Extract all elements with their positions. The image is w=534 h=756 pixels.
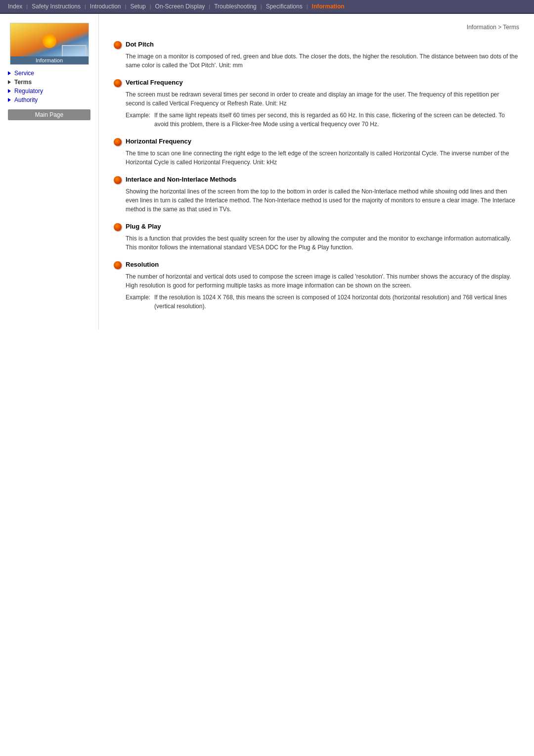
nav-item-index[interactable]: Index	[4, 0, 26, 13]
term-body: This is a function that provides the bes…	[126, 234, 519, 252]
term-section: ResolutionThe number of horizontal and v…	[114, 261, 519, 311]
terms-container: Dot PitchThe image on a monitor is compo…	[114, 41, 519, 311]
term-header: Horizontal Frequency	[114, 138, 519, 146]
term-body: The image on a monitor is composed of re…	[126, 52, 519, 70]
term-section: Horizontal FrequencyThe time to scan one…	[114, 138, 519, 167]
term-example: Example:If the same light repeats itself…	[126, 111, 519, 129]
term-header: Dot Pitch	[114, 41, 519, 49]
nav-item-troubleshooting[interactable]: Troubleshooting	[210, 0, 261, 13]
term-title: Interlace and Non-Interlace Methods	[126, 176, 236, 183]
nav-arrow-icon	[8, 71, 11, 75]
term-title: Plug & Play	[126, 223, 161, 230]
sidebar-nav-item: Regulatory	[0, 87, 98, 95]
term-example-text: If the same light repeats itself 60 time…	[154, 111, 519, 129]
term-title: Vertical Frequency	[126, 79, 183, 86]
term-body: The number of horizontal and vertical do…	[126, 272, 519, 290]
nav-item-introduction[interactable]: Introduction	[86, 0, 125, 13]
term-header: Interlace and Non-Interlace Methods	[114, 176, 519, 184]
term-example-text: If the resolution is 1024 X 768, this me…	[154, 293, 519, 311]
sidebar-image: Information	[10, 23, 89, 65]
sidebar-nav-link-service[interactable]: Service	[8, 70, 94, 77]
term-title: Resolution	[126, 261, 159, 268]
sidebar-nav-label: Terms	[14, 79, 32, 86]
nav-arrow-icon	[8, 98, 11, 102]
sidebar-nav-label: Service	[14, 70, 34, 77]
term-header: Plug & Play	[114, 223, 519, 231]
term-title: Horizontal Frequency	[126, 138, 191, 145]
main-page-button[interactable]: Main Page	[8, 109, 90, 120]
nav-arrow-icon	[8, 80, 11, 84]
term-body: Showing the horizontal lines of the scre…	[126, 187, 519, 214]
nav-item-specifications[interactable]: Specifications	[262, 0, 307, 13]
sidebar-nav-item: Authority	[0, 95, 98, 104]
breadcrumb: Information > Terms	[114, 24, 519, 31]
nav-item-information[interactable]: Information	[308, 0, 349, 13]
sidebar-nav-link-regulatory[interactable]: Regulatory	[8, 88, 94, 94]
term-example-label: Example:	[126, 293, 150, 311]
term-section: Plug & PlayThis is a function that provi…	[114, 223, 519, 252]
sidebar-nav-list: ServiceTermsRegulatoryAuthority	[0, 69, 98, 104]
nav-item-on-screen-display[interactable]: On-Screen Display	[151, 0, 209, 13]
sidebar-nav-link-authority[interactable]: Authority	[8, 96, 94, 103]
term-body: The time to scan one line connecting the…	[126, 149, 519, 167]
sidebar-nav-label: Regulatory	[14, 88, 43, 94]
term-section: Vertical FrequencyThe screen must be red…	[114, 79, 519, 129]
term-example: Example:If the resolution is 1024 X 768,…	[126, 293, 519, 311]
nav-item-setup[interactable]: Setup	[126, 0, 149, 13]
nav-item-safety-instructions[interactable]: Safety Instructions	[28, 0, 85, 13]
sidebar-nav-item: Terms	[0, 78, 98, 87]
term-header: Vertical Frequency	[114, 79, 519, 87]
bullet-icon	[114, 176, 122, 184]
bullet-icon	[114, 138, 122, 146]
bullet-icon	[114, 223, 122, 231]
main-layout: Information ServiceTermsRegulatoryAuthor…	[0, 14, 534, 330]
sidebar-nav-label: Authority	[14, 96, 38, 103]
bullet-icon	[114, 79, 122, 87]
term-title: Dot Pitch	[126, 41, 154, 48]
bullet-icon	[114, 41, 122, 49]
term-section: Dot PitchThe image on a monitor is compo…	[114, 41, 519, 70]
sidebar-nav-link-terms[interactable]: Terms	[8, 79, 94, 86]
term-example-label: Example:	[126, 111, 150, 129]
term-section: Interlace and Non-Interlace MethodsShowi…	[114, 176, 519, 214]
sidebar: Information ServiceTermsRegulatoryAuthor…	[0, 14, 99, 330]
sidebar-image-label: Information	[10, 56, 89, 64]
top-navigation: Index | Safety Instructions | Introducti…	[0, 0, 534, 14]
nav-arrow-icon	[8, 89, 11, 93]
term-header: Resolution	[114, 261, 519, 269]
bullet-icon	[114, 261, 122, 269]
main-content: Information > Terms Dot PitchThe image o…	[99, 14, 534, 330]
sidebar-nav-item: Service	[0, 69, 98, 78]
term-body: The screen must be redrawn several times…	[126, 90, 519, 108]
